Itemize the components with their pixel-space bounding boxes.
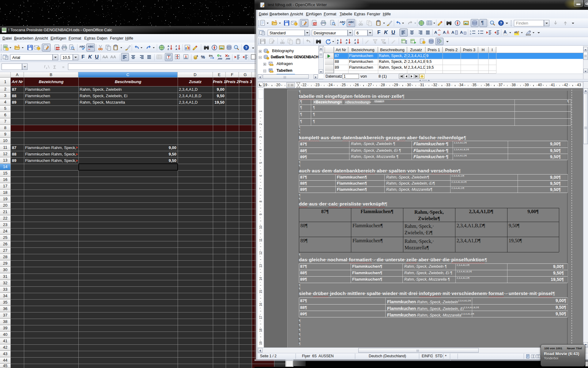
svg-text:Σ: Σ [53, 64, 56, 70]
svg-text:?: ? [245, 46, 247, 50]
svg-text:A: A [443, 30, 446, 35]
svg-text:A: A [434, 30, 437, 35]
svg-text:=: = [62, 65, 65, 69]
svg-text:A: A [337, 39, 339, 42]
svg-text:A: A [460, 30, 463, 35]
svg-text:f: f [44, 65, 46, 69]
svg-text:1.: 1. [470, 30, 472, 32]
svg-text:Z: Z [175, 45, 177, 48]
svg-text:0: 0 [220, 55, 221, 57]
svg-text:PDF: PDF [314, 23, 317, 25]
svg-text:Z: Z [354, 39, 356, 41]
svg-text:A: A [451, 30, 454, 35]
svg-text:$%: $% [209, 54, 213, 57]
svg-text:Z: Z [346, 42, 347, 44]
svg-text:ABC: ABC [348, 21, 354, 24]
svg-text:Z: Z [168, 48, 169, 51]
svg-text:,000: ,000 [217, 57, 222, 60]
svg-text:x: x [46, 67, 47, 70]
svg-text:PDF: PDF [56, 48, 60, 50]
svg-text:A: A [346, 39, 348, 41]
svg-text:0: 0 [228, 55, 229, 57]
svg-text:?: ? [500, 21, 502, 25]
svg-text:A: A [175, 48, 177, 51]
svg-text:,000: ,000 [225, 57, 230, 60]
svg-text:2.: 2. [470, 33, 472, 35]
svg-text:A: A [503, 29, 507, 34]
svg-text:A: A [354, 42, 356, 44]
svg-text:A: A [168, 45, 169, 48]
svg-text:Z: Z [337, 42, 338, 44]
svg-text:ABC: ABC [88, 45, 94, 48]
svg-text:$: $ [197, 55, 198, 57]
